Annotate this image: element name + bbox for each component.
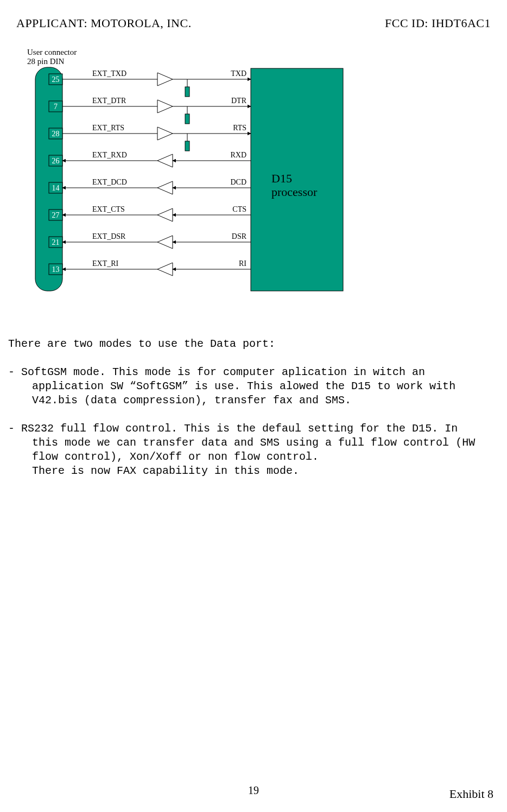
mode-softgsm: - SoftGSM mode. This mode is for compute… — [8, 365, 488, 408]
ext-signal-label: EXT_DTR — [92, 97, 126, 105]
pin-number: 21 — [52, 238, 60, 246]
buffer-icon — [157, 100, 173, 113]
buffer-icon — [157, 263, 173, 276]
resistor-icon — [185, 87, 189, 97]
mode-rs232-extra: There is now FAX capability in this mode… — [8, 464, 488, 478]
ext-signal-label: EXT_DCD — [92, 178, 127, 186]
exhibit-label: Exhibit 8 — [449, 787, 493, 801]
ext-signal-label: EXT_CTS — [92, 205, 125, 213]
buffer-icon — [157, 208, 173, 221]
pin-number: 26 — [52, 157, 60, 165]
resistor-icon — [185, 141, 189, 151]
fcc-id-text: FCC ID: IHDT6AC1 — [385, 16, 491, 30]
proc-signal-label: RTS — [233, 124, 246, 132]
buffer-icon — [157, 181, 173, 194]
proc-signal-label: DTR — [231, 97, 247, 105]
pin-number: 14 — [52, 184, 60, 192]
ext-signal-label: EXT_TXD — [92, 69, 126, 78]
ext-signal-label: EXT_DSR — [92, 232, 126, 240]
body-text: There are two modes to use the Data port… — [8, 337, 488, 478]
mode-rs232: - RS232 full flow control. This is the d… — [8, 422, 488, 464]
proc-signal-label: DSR — [232, 232, 247, 240]
buffer-icon — [157, 127, 173, 140]
buffer-icon — [157, 73, 173, 86]
page: APPLICANT: MOTOROLA, INC. FCC ID: IHDT6A… — [0, 0, 507, 812]
proc-signal-label: CTS — [232, 205, 246, 213]
processor-box — [251, 68, 343, 291]
applicant-text: APPLICANT: MOTOROLA, INC. — [16, 16, 192, 30]
buffer-icon — [157, 154, 173, 167]
resistor-icon — [185, 114, 189, 124]
ext-signal-label: EXT_RI — [92, 259, 119, 268]
intro-paragraph: There are two modes to use the Data port… — [8, 337, 488, 351]
processor-label-2: processor — [271, 185, 318, 199]
proc-signal-label: RI — [239, 259, 246, 268]
ext-signal-label: EXT_RXD — [92, 151, 127, 159]
proc-signal-label: DCD — [230, 178, 246, 186]
connector-label-1: User connector — [27, 48, 77, 56]
pin-number: 13 — [52, 265, 60, 274]
ext-signal-label: EXT_RTS — [92, 124, 124, 132]
processor-label-1: D15 — [271, 172, 292, 185]
pin-number: 27 — [52, 211, 60, 219]
proc-signal-label: RXD — [230, 151, 246, 159]
page-number: 19 — [0, 784, 507, 797]
pin-number: 25 — [52, 75, 60, 84]
page-header: APPLICANT: MOTOROLA, INC. FCC ID: IHDT6A… — [16, 16, 491, 30]
proc-signal-label: TXD — [231, 69, 246, 78]
buffer-icon — [157, 236, 173, 249]
signal-diagram: D15processorUser connector28 pin DIN25EX… — [16, 47, 353, 294]
pin-number: 28 — [52, 130, 60, 138]
connector-label-2: 28 pin DIN — [27, 57, 64, 66]
pin-number: 7 — [54, 103, 58, 111]
